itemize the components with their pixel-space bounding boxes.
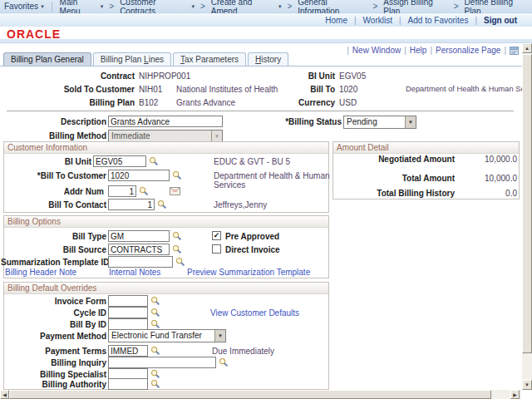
total-amount-label: Total Amount [333, 174, 455, 183]
tab-billing-plan-general[interactable]: Billing Plan General [3, 52, 91, 66]
lookup-icon[interactable] [150, 346, 160, 356]
bi-unit-value: EGV05 [339, 71, 366, 81]
add-to-favorites-link[interactable]: Add to Favorites [401, 16, 475, 25]
bill-to-customer-label: *Bill To Customer [4, 171, 106, 180]
chevron-down-icon: ▼ [214, 330, 225, 342]
billing-options-title: Billing Options [4, 216, 328, 228]
lookup-icon[interactable] [172, 170, 182, 180]
chevron-down-icon: ▾ [278, 3, 282, 9]
lookup-icon[interactable] [150, 319, 160, 329]
total-billing-history-label: Total Billing History [333, 189, 455, 198]
sign-out-link[interactable]: Sign out [477, 16, 524, 25]
bill-to-contact-input[interactable] [108, 199, 155, 210]
amount-detail-groupbox: Amount Detail Negotiated Amount 10,000.0… [332, 141, 520, 200]
view-customer-defaults-link[interactable]: View Customer Defaults [210, 308, 299, 318]
billing-default-overrides-title: Billing Default Overrides [4, 283, 328, 294]
bill-to-customer-input[interactable] [108, 170, 170, 181]
breadcrumb-separator: > [452, 2, 461, 11]
sold-to-customer-value: NIH01 [139, 85, 162, 94]
lookup-icon[interactable] [157, 200, 167, 209]
email-address-icon[interactable] [170, 187, 180, 197]
portal-links-bar: Home | Worklist | Add to Favorites | Sig… [0, 13, 532, 27]
billing-status-select[interactable]: Pending ▼ [343, 116, 416, 129]
lookup-icon[interactable] [150, 308, 160, 318]
scroll-left-button[interactable]: ◀ [0, 390, 9, 399]
home-link[interactable]: Home [318, 16, 354, 25]
description-label: Description [0, 117, 106, 126]
bill-to-label: Bill To [249, 85, 335, 94]
pre-approved-label: Pre Approved [225, 232, 279, 241]
amount-detail-title: Amount Detail [333, 142, 519, 154]
payment-terms-input[interactable] [108, 345, 148, 357]
direct-invoice-checkbox[interactable] [212, 244, 221, 254]
currency-value: USD [339, 98, 357, 107]
brand-row: ORACLE [0, 27, 532, 39]
favorites-label: Favorites [4, 2, 38, 11]
contract-value: NIHPROP001 [139, 71, 190, 81]
negotiated-amount-value: 10,000.0 [455, 155, 517, 164]
bill-type-label: Bill Type [4, 232, 106, 241]
vertical-scrollbar[interactable]: ▲ ▼ [522, 43, 532, 390]
preview-summarization-template-link[interactable]: Preview Summarization Template [187, 268, 310, 277]
horizontal-scrollbar[interactable]: ◀ ▶ [0, 390, 521, 399]
horizontal-scroll-thumb[interactable] [9, 390, 491, 399]
addr-num-input[interactable] [108, 185, 136, 197]
cycle-id-input[interactable] [108, 307, 148, 318]
bill-source-label: Bill Source [4, 245, 106, 254]
chevron-down-icon: ▾ [41, 3, 44, 9]
chevron-down-icon: ▾ [191, 3, 195, 9]
lookup-icon[interactable] [149, 156, 159, 166]
lookup-icon[interactable] [150, 296, 160, 306]
bill-to-value: 1020 [339, 85, 357, 94]
arrow-left-icon: ◀ [2, 392, 7, 397]
tab-tax-parameters[interactable]: Tax Parameters [173, 52, 246, 66]
bill-type-input[interactable] [108, 230, 170, 242]
pre-approved-checkbox[interactable]: ✓ [212, 231, 221, 240]
billing-method-label: Billing Method [0, 131, 106, 140]
invoice-form-input[interactable] [108, 295, 148, 307]
bi-unit-input[interactable] [93, 155, 146, 167]
bill-by-id-input[interactable] [108, 318, 148, 330]
chevron-down-icon: ▾ [101, 3, 104, 9]
addr-num-label: Addr Num [4, 187, 104, 196]
summarization-template-id-label: Summarization Template ID [1, 258, 106, 267]
lookup-icon[interactable] [219, 357, 229, 367]
customer-information-groupbox: Customer Information BI Unit EDUC & GVT … [3, 141, 329, 213]
lookup-icon[interactable] [172, 244, 182, 254]
description-input[interactable] [108, 116, 223, 127]
payment-method-label: Payment Method [4, 332, 106, 341]
payment-terms-label: Payment Terms [4, 347, 106, 356]
billing-inquiry-input[interactable] [108, 357, 216, 368]
scroll-right-button[interactable]: ▶ [510, 390, 520, 399]
favorites-menu[interactable]: Favorites ▾ [0, 2, 48, 11]
customer-information-title: Customer Information [4, 142, 328, 154]
scroll-up-button[interactable]: ▲ [522, 43, 532, 53]
lookup-icon[interactable] [150, 379, 160, 389]
lookup-icon[interactable] [175, 257, 185, 267]
lookup-icon[interactable] [172, 231, 182, 241]
scroll-down-button[interactable]: ▼ [522, 380, 532, 390]
internal-notes-link[interactable]: Internal Notes [109, 268, 160, 277]
bill-by-id-label: Bill By ID [4, 320, 106, 329]
vertical-scroll-thumb[interactable] [522, 54, 532, 353]
lookup-icon[interactable] [139, 186, 149, 196]
billing-options-groupbox: Billing Options Bill Type ✓ Pre Approved… [3, 215, 329, 278]
bill-to-contact-desc: Jeffreys,Jenny [214, 200, 267, 209]
summarization-template-id-input[interactable] [108, 256, 173, 268]
chevron-down-icon: ▼ [211, 131, 222, 142]
arrow-down-icon: ▼ [525, 382, 530, 387]
bill-source-input[interactable] [108, 244, 170, 255]
worklist-link[interactable]: Worklist [357, 16, 399, 25]
header-band [0, 39, 532, 43]
billing-status-label: *Billing Status [233, 117, 342, 126]
payment-method-select[interactable]: Electronic Fund Transfer ▼ [108, 329, 226, 342]
billing-authority-input[interactable] [108, 378, 148, 390]
tab-history[interactable]: History [248, 52, 288, 66]
tab-billing-plan-lines[interactable]: Billing Plan Lines [93, 52, 171, 66]
tab-strip: Billing Plan General Billing Plan Lines … [0, 52, 522, 66]
billing-header-note-link[interactable]: Billing Header Note [5, 268, 76, 277]
ci-bi-unit-label: BI Unit [4, 157, 91, 166]
total-amount-value: 10,000.0 [455, 174, 517, 183]
arrow-right-icon: ▶ [513, 392, 517, 397]
chevron-down-icon: ▼ [405, 116, 416, 128]
